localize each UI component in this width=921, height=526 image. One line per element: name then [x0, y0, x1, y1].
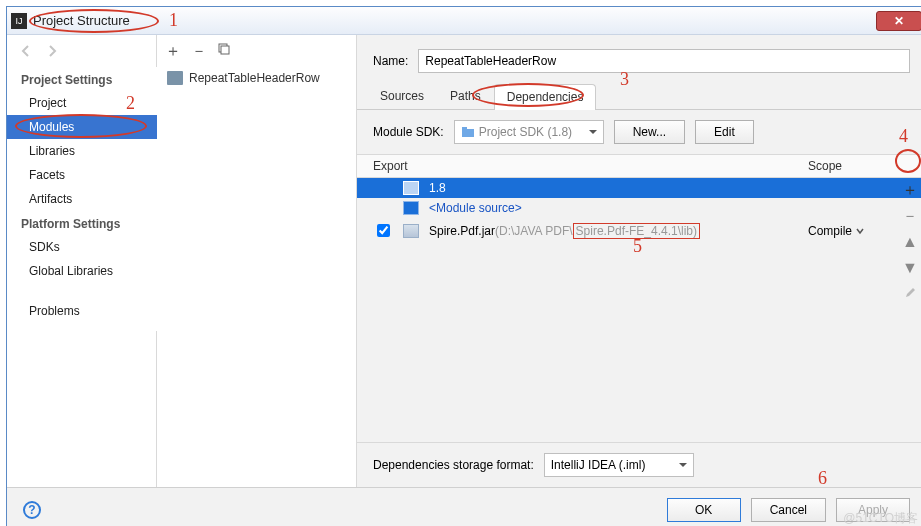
- tab-sources[interactable]: Sources: [367, 83, 437, 109]
- folder-icon: [403, 201, 419, 215]
- edit-dependency-button[interactable]: [904, 286, 916, 302]
- main-panel: Name: Sources Paths Dependencies Module …: [357, 35, 921, 487]
- svg-rect-1: [221, 46, 229, 54]
- dependencies-header: Export Scope: [357, 154, 921, 178]
- tab-dependencies[interactable]: Dependencies: [494, 84, 597, 110]
- dep-label: <Module source>: [429, 201, 798, 215]
- close-button[interactable]: ✕: [876, 11, 921, 31]
- sidebar-item-sdks[interactable]: SDKs: [7, 235, 157, 259]
- new-sdk-button[interactable]: New...: [614, 120, 685, 144]
- module-name-input[interactable]: [418, 49, 910, 73]
- dep-row-sdk[interactable]: 1.8: [357, 178, 921, 198]
- remove-module-button[interactable]: －: [191, 41, 207, 62]
- cancel-button[interactable]: Cancel: [751, 498, 826, 522]
- dep-label: 1.8: [429, 181, 798, 195]
- module-icon: [167, 71, 183, 85]
- app-icon: IJ: [11, 13, 27, 29]
- module-toolbar: ＋ －: [157, 35, 356, 67]
- sidebar-item-libraries[interactable]: Libraries: [7, 139, 157, 163]
- dep-label: Spire.Pdf.jar (D:\JAVA PDF\ Spire.Pdf-FE…: [429, 223, 798, 239]
- dependencies-list: 1.8 <Module source> Spire.Pdf.jar (D:\JA…: [357, 178, 921, 442]
- sidebar-item-problems[interactable]: Problems: [7, 299, 157, 323]
- module-item[interactable]: RepeatTableHeaderRow: [157, 67, 356, 89]
- highlighted-path: Spire.Pdf-FE_4.4.1\lib): [573, 223, 700, 239]
- storage-format-label: Dependencies storage format:: [373, 458, 534, 472]
- edit-sdk-button[interactable]: Edit: [695, 120, 754, 144]
- project-structure-window: IJ Project Structure ✕ Project Settings …: [6, 6, 921, 526]
- dep-row-module-source[interactable]: <Module source>: [357, 198, 921, 218]
- storage-format-combo[interactable]: IntelliJ IDEA (.iml): [544, 453, 694, 477]
- dialog-footer: ? OK Cancel Apply: [7, 487, 921, 526]
- sidebar-heading-platform: Platform Settings: [7, 211, 157, 235]
- folder-icon: [461, 125, 475, 139]
- dep-row-jar[interactable]: Spire.Pdf.jar (D:\JAVA PDF\ Spire.Pdf-FE…: [357, 218, 921, 243]
- move-down-button[interactable]: ▼: [902, 260, 918, 276]
- sidebar-item-project[interactable]: Project: [7, 91, 157, 115]
- col-export: Export: [373, 159, 808, 173]
- add-dependency-button[interactable]: ＋: [902, 182, 918, 198]
- export-checkbox[interactable]: [377, 224, 390, 237]
- jar-icon: [403, 224, 419, 238]
- sidebar-item-global-libraries[interactable]: Global Libraries: [7, 259, 157, 283]
- dependency-tools: ＋ － ▲ ▼: [900, 178, 920, 442]
- col-scope: Scope: [808, 159, 894, 173]
- svg-rect-3: [462, 127, 467, 130]
- module-sdk-value: Project SDK (1.8): [479, 125, 572, 139]
- sidebar-item-modules[interactable]: Modules: [7, 115, 157, 139]
- tab-paths[interactable]: Paths: [437, 83, 494, 109]
- module-sdk-label: Module SDK:: [373, 125, 444, 139]
- svg-rect-2: [462, 129, 474, 137]
- remove-dependency-button[interactable]: －: [902, 208, 918, 224]
- module-sdk-combo[interactable]: Project SDK (1.8): [454, 120, 604, 144]
- scope-combo[interactable]: Compile: [808, 224, 894, 238]
- module-list-panel: ＋ － RepeatTableHeaderRow: [157, 35, 357, 487]
- window-title: Project Structure: [33, 13, 876, 28]
- folder-icon: [403, 181, 419, 195]
- titlebar: IJ Project Structure ✕: [7, 7, 921, 35]
- nav-toolbar: [7, 35, 156, 67]
- copy-module-button[interactable]: [217, 42, 231, 60]
- forward-button[interactable]: [41, 40, 63, 62]
- chevron-down-icon: [856, 227, 864, 235]
- ok-button[interactable]: OK: [667, 498, 741, 522]
- module-tabs: Sources Paths Dependencies: [357, 83, 921, 110]
- sidebar-heading-project: Project Settings: [7, 67, 157, 91]
- back-button[interactable]: [15, 40, 37, 62]
- move-up-button[interactable]: ▲: [902, 234, 918, 250]
- add-module-button[interactable]: ＋: [165, 41, 181, 62]
- module-item-label: RepeatTableHeaderRow: [189, 71, 320, 85]
- sidebar-item-facets[interactable]: Facets: [7, 163, 157, 187]
- name-label: Name:: [373, 54, 408, 68]
- sidebar-item-artifacts[interactable]: Artifacts: [7, 187, 157, 211]
- help-button[interactable]: ?: [23, 501, 41, 519]
- watermark: @51CTO博客: [843, 510, 918, 526]
- sidebar: Project Settings Project Modules Librari…: [7, 67, 157, 331]
